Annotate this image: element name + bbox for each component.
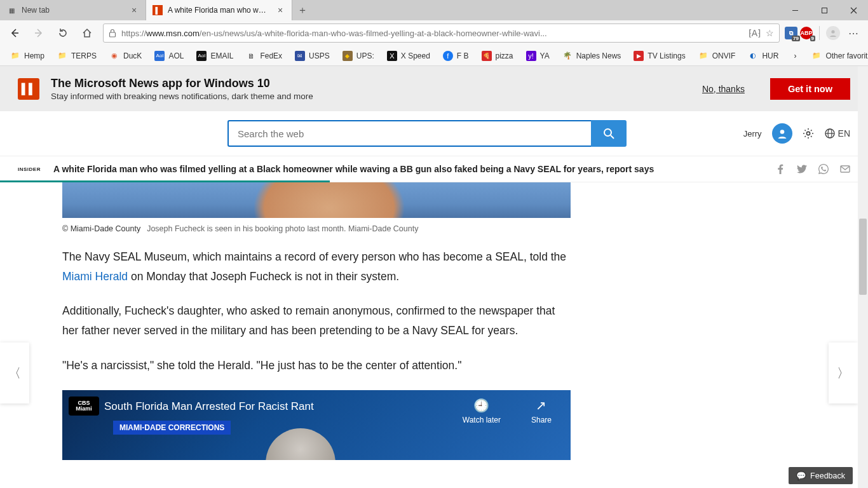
minimize-button[interactable] (780, 0, 810, 20)
folder-icon: 📁 (57, 51, 67, 61)
lock-icon (109, 29, 116, 37)
email-icon[interactable] (840, 164, 850, 174)
settings-button[interactable] (803, 128, 814, 139)
twitter-icon[interactable] (797, 164, 807, 174)
favorite-icon[interactable]: ☆ (766, 28, 774, 38)
paragraph: "He's a narcissist," she told the Herald… (62, 356, 571, 376)
username: Jerry (743, 129, 762, 139)
fav-onvif[interactable]: 📁ONVIF (693, 48, 741, 64)
app-promo-banner: ▌▌ The Microsoft News app for Windows 10… (0, 66, 868, 111)
fav-hur[interactable]: ◐HUR (743, 48, 783, 64)
fav-tv[interactable]: ▶TV Listings (628, 48, 690, 64)
header-search-row: Jerry EN (0, 111, 868, 156)
search-button[interactable] (591, 120, 627, 147)
svg-rect-6 (110, 32, 116, 37)
window-controls (780, 0, 868, 20)
tab-label: A white Florida man who was fil… (168, 6, 270, 15)
fav-fb[interactable]: fF B (438, 48, 474, 64)
fav-xspeed[interactable]: XX Speed (382, 48, 435, 64)
chat-icon: 💬 (796, 471, 806, 480)
profile-button[interactable] (826, 26, 840, 40)
favorites-overflow[interactable]: › (789, 49, 801, 63)
address-bar[interactable]: https://www.msn.com/en-us/news/us/a-whit… (103, 24, 780, 43)
fav-hemp[interactable]: 📁Hemp (5, 48, 50, 64)
sticky-article-header: INSIDER A white Florida man who was film… (0, 156, 868, 182)
embedded-video[interactable]: CBS Miami South Florida Man Arrested For… (62, 390, 571, 460)
search-input[interactable] (227, 120, 591, 147)
folder-icon: 📁 (698, 51, 709, 61)
svg-rect-1 (822, 8, 827, 13)
forward-button[interactable] (28, 23, 50, 43)
fav-terps[interactable]: 📁TERPS (52, 48, 102, 64)
close-window-button[interactable] (839, 0, 868, 20)
user-cluster: Jerry EN (743, 123, 850, 144)
x-icon: X (387, 51, 397, 61)
video-title: South Florida Man Arrested For Racist Ra… (104, 400, 314, 413)
watch-later-button[interactable]: 🕘Watch later (463, 398, 501, 424)
fb-icon: f (443, 51, 453, 61)
tv-icon: ▶ (634, 51, 644, 61)
fav-email[interactable]: AolEMAIL (191, 48, 238, 64)
close-icon[interactable]: × (129, 5, 139, 15)
more-button[interactable]: ⋯ (843, 23, 864, 43)
article-source: INSIDER (18, 166, 41, 172)
maximize-button[interactable] (810, 0, 839, 20)
close-icon[interactable]: × (275, 5, 285, 15)
duck-icon: ◉ (109, 51, 119, 61)
fav-aol[interactable]: AolAOL (149, 48, 189, 64)
feedback-button[interactable]: 💬Feedback (789, 467, 853, 484)
tab-new[interactable]: ▦ New tab × (0, 0, 146, 20)
whatsapp-icon[interactable] (818, 164, 829, 174)
tab-article[interactable]: ▌ A white Florida man who was fil… × (146, 0, 292, 20)
next-article-button[interactable]: 〉 (829, 342, 858, 403)
share-button[interactable]: ↗Share (531, 398, 552, 424)
usps-icon: ✉ (295, 51, 305, 61)
divider (819, 26, 820, 40)
back-button[interactable] (4, 23, 25, 43)
translate-icon[interactable]: ⁅A⁆ (749, 28, 761, 38)
fav-pizza[interactable]: 🍕pizza (477, 48, 519, 64)
scrollbar-thumb[interactable] (859, 219, 867, 295)
avatar[interactable] (772, 123, 792, 144)
page-scrollbar[interactable] (858, 66, 868, 488)
clock-icon: 🕘 (463, 398, 501, 413)
language-selector[interactable]: EN (824, 128, 850, 139)
refresh-button[interactable] (52, 23, 74, 43)
share-icon: ↗ (531, 398, 552, 413)
new-tab-button[interactable]: ＋ (292, 0, 313, 20)
extension-adblock[interactable]: ABP9 (800, 27, 813, 39)
folder-icon: 📁 (811, 51, 822, 61)
extension-collections[interactable]: ⧉79 (785, 27, 797, 39)
pizza-icon: 🍕 (482, 51, 492, 61)
yahoo-icon: y! (526, 51, 536, 61)
search-box (227, 120, 627, 147)
article-body: © Miami-Dade CountyJoseph Fucheck is see… (0, 182, 634, 460)
tab-favicon: ▌ (153, 5, 163, 15)
fav-duck[interactable]: ◉DucK (104, 48, 147, 64)
tab-favicon: ▦ (6, 5, 17, 15)
fav-usps[interactable]: ✉USPS (290, 48, 335, 64)
article-headline: A white Florida man who was filmed yelli… (53, 164, 775, 174)
prev-article-button[interactable]: 〈 (0, 342, 29, 403)
facebook-icon[interactable] (775, 164, 785, 174)
home-button[interactable] (76, 23, 98, 43)
naples-icon: 🌴 (562, 51, 573, 61)
fav-fedex[interactable]: 🗎FedEx (241, 48, 287, 64)
miami-herald-link[interactable]: Miami Herald (62, 270, 128, 283)
url-text: https://www.msn.com/en-us/news/us/a-whit… (121, 29, 743, 38)
page-viewport: ▌▌ The Microsoft News app for Windows 10… (0, 66, 868, 488)
no-thanks-link[interactable]: No, thanks (702, 84, 745, 94)
svg-point-8 (604, 129, 611, 136)
paragraph: The Navy SEAL Museum, which maintains a … (62, 247, 571, 286)
fav-ya[interactable]: y!YA (521, 48, 555, 64)
svg-point-11 (806, 132, 810, 135)
promo-title: The Microsoft News app for Windows 10 (51, 77, 691, 90)
fav-naples[interactable]: 🌴Naples News (557, 48, 627, 64)
window-titlebar: ▦ New tab × ▌ A white Florida man who wa… (0, 0, 868, 20)
other-favorites[interactable]: 📁Other favorites (806, 48, 868, 64)
get-it-now-button[interactable]: Get it now (770, 78, 850, 100)
hurricane-icon: ◐ (748, 51, 758, 61)
fav-ups[interactable]: ◆UPS: (337, 48, 379, 64)
image-caption: © Miami-Dade CountyJoseph Fucheck is see… (62, 224, 634, 233)
aol-icon: Aol (196, 51, 207, 61)
